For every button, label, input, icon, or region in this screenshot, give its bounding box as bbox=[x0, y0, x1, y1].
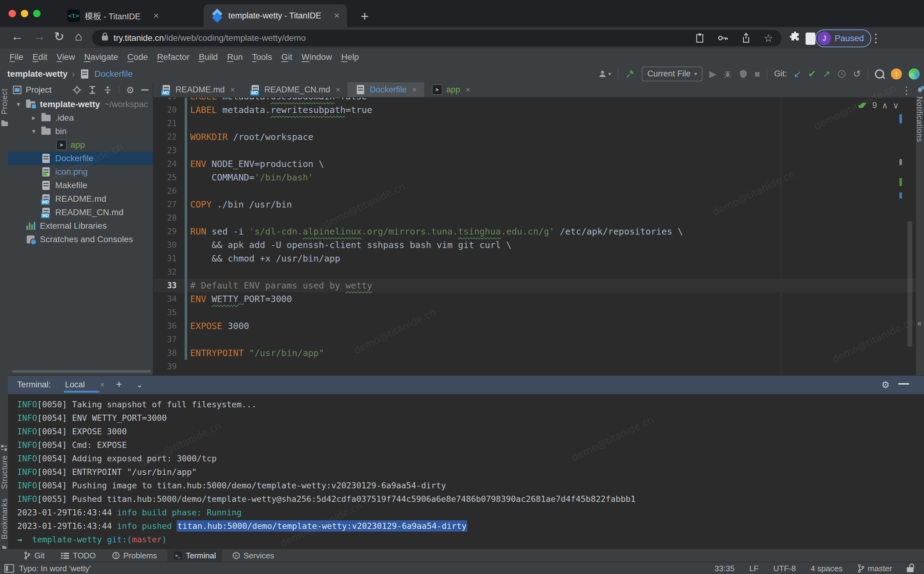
browser-tab-inactive[interactable]: <t> 模板 - TitanIDE × bbox=[60, 4, 166, 27]
close-terminal-tab-icon[interactable]: × bbox=[100, 380, 105, 390]
stripe-mark[interactable] bbox=[899, 192, 902, 199]
terminal-dropdown-icon[interactable]: ⌄ bbox=[136, 380, 143, 390]
url-text[interactable]: try.titanide.cn/ide/web/coding/template-… bbox=[113, 33, 306, 43]
collapse-stripe-icon[interactable]: « bbox=[917, 319, 922, 328]
tool-window-button-terminal[interactable]: >_ Terminal bbox=[168, 549, 222, 562]
tree-item-.idea[interactable]: ▸ .idea bbox=[8, 111, 153, 125]
line-number[interactable]: 21 bbox=[153, 117, 185, 130]
menu-file[interactable]: File bbox=[5, 52, 28, 62]
project-hscrollbar[interactable] bbox=[12, 370, 151, 373]
stripe-mark[interactable] bbox=[899, 114, 902, 123]
editor-tab-app[interactable]: > app × bbox=[424, 82, 478, 97]
clipboard-icon[interactable] bbox=[695, 33, 704, 43]
prev-problem-icon[interactable]: ∧ bbox=[882, 101, 888, 110]
hide-panel-icon[interactable] bbox=[141, 89, 148, 91]
tree-chevron-icon[interactable]: ▾ bbox=[12, 100, 25, 108]
window-controls[interactable] bbox=[9, 10, 41, 17]
line-ending[interactable]: LF bbox=[749, 564, 758, 573]
editor-tab-README_CN.md[interactable]: MD README_CN.md × bbox=[242, 82, 348, 97]
terminal-minimize-icon[interactable] bbox=[898, 383, 909, 385]
tool-window-button-git[interactable]: Git bbox=[18, 549, 50, 562]
close-tab-icon[interactable]: × bbox=[412, 85, 417, 95]
tree-item-template-wetty[interactable]: ▾ template-wetty ~/workspac bbox=[8, 98, 153, 111]
run-config-selector[interactable]: Current File ▾ bbox=[642, 66, 702, 81]
ide-gradient-icon[interactable] bbox=[909, 68, 920, 79]
line-number[interactable]: 24 bbox=[153, 157, 185, 171]
next-problem-icon[interactable]: ∨ bbox=[893, 101, 899, 110]
line-number[interactable]: 27 bbox=[153, 198, 185, 211]
stripe-mark[interactable] bbox=[899, 159, 902, 165]
tool-window-button-problems[interactable]: Problems bbox=[106, 549, 163, 562]
stripe-bookmarks-label[interactable]: Bookmarks bbox=[0, 498, 9, 539]
stripe-notifications-label[interactable]: Notifications bbox=[916, 96, 924, 142]
close-tab-icon[interactable]: × bbox=[230, 85, 235, 95]
line-number[interactable]: 25 bbox=[153, 171, 185, 184]
tree-item-README.md[interactable]: MD README.md bbox=[8, 192, 153, 206]
tree-item-Dockerfile[interactable]: Dockerfile bbox=[8, 151, 153, 165]
history-icon[interactable] bbox=[837, 69, 846, 79]
menu-help[interactable]: Help bbox=[336, 52, 363, 62]
line-number[interactable]: 29 bbox=[153, 225, 185, 238]
tool-window-button-services[interactable]: Services bbox=[226, 549, 280, 562]
tree-item-icon.png[interactable]: icon.png bbox=[8, 165, 153, 179]
git-commit-icon[interactable]: ✔ bbox=[808, 69, 816, 79]
new-terminal-icon[interactable]: + bbox=[116, 378, 122, 390]
tree-item-Makefile[interactable]: Makefile bbox=[8, 179, 153, 192]
run-icon[interactable]: ▶ bbox=[709, 69, 716, 79]
reload-icon[interactable]: ↻ bbox=[54, 30, 64, 44]
line-number[interactable]: 39 bbox=[153, 360, 185, 373]
git-update-icon[interactable]: ↙ bbox=[794, 69, 801, 79]
tree-item-bin[interactable]: ▾ bin bbox=[8, 125, 153, 138]
lock-icon[interactable] bbox=[102, 36, 108, 41]
line-number[interactable]: 22 bbox=[153, 130, 185, 144]
editor-tab-README.md[interactable]: MD README.md × bbox=[153, 82, 242, 97]
structure-icon[interactable] bbox=[1, 445, 7, 451]
file-encoding[interactable]: UTF-8 bbox=[773, 564, 796, 573]
stripe-structure-label[interactable]: Structure bbox=[0, 455, 9, 489]
project-stripe-folder-icon[interactable] bbox=[2, 121, 8, 126]
home-icon[interactable]: ⌂ bbox=[75, 30, 82, 43]
collapse-all-icon[interactable] bbox=[104, 86, 112, 94]
tree-chevron-icon[interactable]: ▾ bbox=[27, 128, 41, 136]
debug-icon[interactable] bbox=[723, 69, 732, 79]
maximize-window-button[interactable] bbox=[33, 10, 41, 17]
side-panel-icon[interactable] bbox=[806, 33, 816, 45]
extensions-icon[interactable] bbox=[789, 31, 801, 43]
line-number[interactable]: 20 bbox=[153, 103, 185, 117]
expand-all-icon[interactable] bbox=[88, 86, 97, 94]
tool-window-button-todo[interactable]: TODO bbox=[55, 549, 102, 562]
breadcrumb-file[interactable]: Dockerfile bbox=[94, 69, 132, 79]
line-number[interactable]: 37 bbox=[153, 333, 185, 346]
line-number[interactable]: 36 bbox=[153, 319, 185, 333]
menu-view[interactable]: View bbox=[52, 52, 79, 62]
indent-style[interactable]: 4 spaces bbox=[811, 564, 842, 573]
minimize-window-button[interactable] bbox=[21, 10, 28, 17]
close-tab-icon[interactable]: × bbox=[153, 10, 159, 21]
bookmark-star-icon[interactable]: ☆ bbox=[764, 32, 773, 44]
notifications-bell-icon[interactable] bbox=[916, 87, 924, 94]
stripe-project-label[interactable]: Project bbox=[0, 88, 9, 115]
git-push-icon[interactable]: ↗ bbox=[823, 69, 830, 79]
tree-chevron-icon[interactable]: ▸ bbox=[27, 114, 41, 122]
line-number[interactable]: 38 bbox=[153, 346, 185, 360]
close-window-button[interactable] bbox=[9, 10, 16, 17]
user-menu[interactable]: ▾ bbox=[598, 69, 611, 79]
menu-navigate[interactable]: Navigate bbox=[80, 52, 123, 62]
unlocked-icon[interactable] bbox=[907, 567, 914, 572]
tree-item-app[interactable]: > app bbox=[8, 138, 153, 151]
forward-icon[interactable]: → bbox=[33, 30, 46, 43]
breadcrumb-project[interactable]: template-wetty bbox=[7, 69, 68, 79]
stop-icon[interactable]: ■ bbox=[754, 69, 760, 79]
line-number[interactable]: 23 bbox=[153, 144, 185, 157]
browser-menu-icon[interactable]: ⋮ bbox=[870, 31, 882, 45]
menu-refactor[interactable]: Refactor bbox=[152, 52, 194, 62]
tree-item-External Libraries[interactable]: External Libraries bbox=[8, 219, 153, 233]
close-tab-icon[interactable]: × bbox=[336, 85, 340, 95]
menu-code[interactable]: Code bbox=[123, 52, 152, 62]
line-number[interactable]: 26 bbox=[153, 184, 185, 198]
search-icon[interactable] bbox=[875, 69, 884, 79]
back-icon[interactable]: ← bbox=[11, 30, 23, 43]
menu-git[interactable]: Git bbox=[277, 52, 297, 62]
close-tab-icon[interactable]: × bbox=[466, 85, 470, 95]
tree-item-README_CN.md[interactable]: MD README_CN.md bbox=[8, 206, 153, 219]
